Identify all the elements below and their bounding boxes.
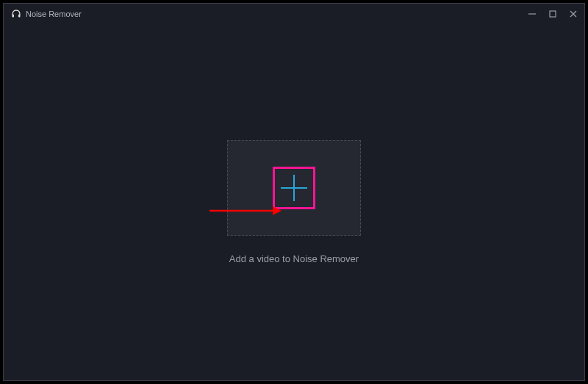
- app-title: Noise Remover: [26, 10, 82, 18]
- minimize-button[interactable]: [527, 9, 537, 19]
- window-controls: [527, 9, 578, 19]
- svg-rect-0: [12, 15, 15, 18]
- svg-rect-1: [18, 15, 21, 18]
- close-button[interactable]: [568, 9, 578, 19]
- app-window: Noise Remover: [3, 3, 585, 381]
- hint-text: Add a video to Noise Remover: [229, 253, 359, 264]
- annotation-highlight-box: [273, 167, 315, 209]
- add-plus-icon: [281, 175, 307, 201]
- main-content: Add a video to Noise Remover: [4, 24, 584, 380]
- add-video-dropzone[interactable]: [227, 140, 361, 236]
- maximize-button[interactable]: [548, 9, 558, 19]
- headphones-icon: [11, 9, 21, 19]
- title-left: Noise Remover: [11, 9, 82, 19]
- title-bar: Noise Remover: [4, 4, 584, 24]
- svg-rect-3: [550, 11, 556, 17]
